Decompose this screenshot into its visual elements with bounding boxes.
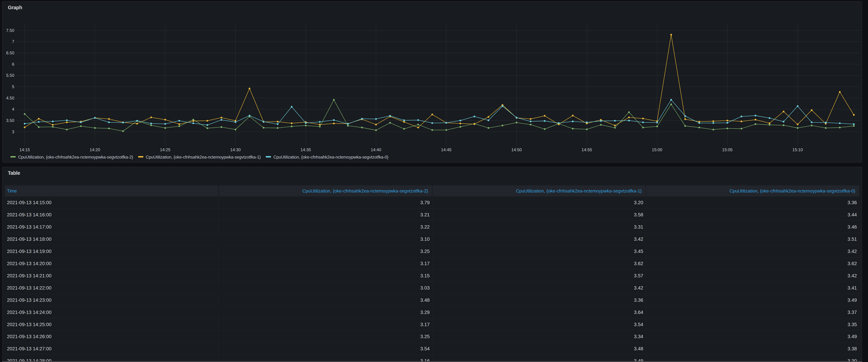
- svg-text:14:25: 14:25: [160, 147, 170, 152]
- svg-text:7.50: 7.50: [6, 28, 14, 33]
- svg-text:6.50: 6.50: [6, 51, 14, 55]
- svg-text:15:00: 15:00: [652, 147, 662, 152]
- svg-text:14:20: 14:20: [90, 147, 100, 152]
- svg-text:14:50: 14:50: [511, 147, 522, 152]
- svg-text:14:55: 14:55: [582, 147, 592, 152]
- svg-text:4.50: 4.50: [6, 96, 14, 100]
- svg-text:15:05: 15:05: [722, 147, 733, 152]
- svg-text:4: 4: [12, 107, 14, 111]
- svg-text:5.50: 5.50: [6, 73, 14, 78]
- svg-text:14:35: 14:35: [301, 147, 311, 152]
- svg-text:15:10: 15:10: [792, 147, 803, 152]
- svg-text:3.50: 3.50: [6, 118, 14, 123]
- svg-text:14:45: 14:45: [441, 147, 452, 152]
- svg-text:6: 6: [12, 62, 14, 67]
- svg-text:14:15: 14:15: [19, 147, 30, 152]
- svg-text:14:30: 14:30: [230, 147, 241, 152]
- svg-text:3: 3: [12, 129, 14, 134]
- svg-text:7: 7: [12, 39, 14, 44]
- svg-text:14:40: 14:40: [371, 147, 381, 152]
- svg-text:5: 5: [12, 84, 14, 89]
